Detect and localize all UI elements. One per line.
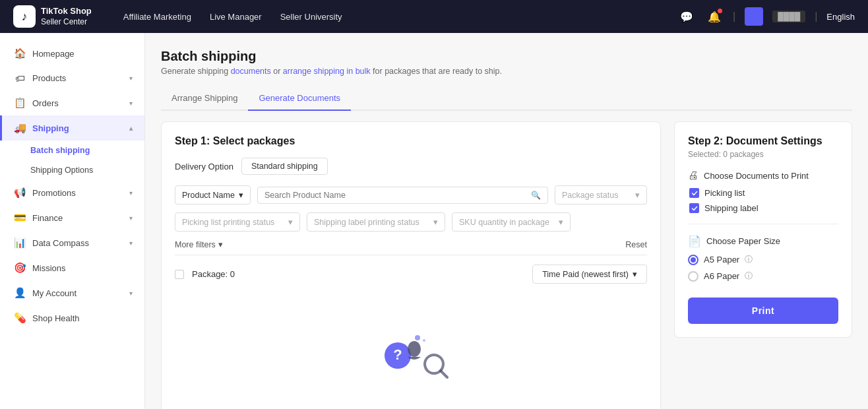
nav-seller-university[interactable]: Seller University: [280, 12, 342, 22]
nav-divider: |: [733, 11, 735, 22]
sidebar-subitem-shipping-options[interactable]: Shipping Options: [0, 160, 144, 180]
print-button[interactable]: Print: [688, 298, 838, 324]
svg-point-2: [408, 341, 421, 357]
picking-list-checkbox[interactable]: [689, 188, 699, 198]
search-input[interactable]: [264, 191, 527, 200]
documents-link[interactable]: documents: [231, 67, 271, 76]
sku-quantity-filter[interactable]: SKU quantity in package ▾: [452, 212, 571, 232]
tab-generate-documents[interactable]: Generate Documents: [248, 86, 351, 111]
page-title: Batch shipping: [161, 49, 852, 64]
sidebar-item-my-account[interactable]: 👤 My Account ▾: [0, 280, 144, 305]
filter-row-bottom: More filters ▾ Reset: [175, 239, 647, 249]
printer-icon: 🖨: [688, 170, 698, 181]
products-icon: 🏷: [14, 73, 26, 84]
svg-text:?: ?: [393, 346, 402, 363]
sidebar-item-finance[interactable]: 💳 Finance ▾: [0, 205, 144, 230]
a6-paper-label: A6 Paper: [704, 271, 739, 281]
sort-selected-label: Time Paid (newest first): [542, 270, 629, 279]
page-header: Batch shipping Generate shipping documen…: [161, 49, 852, 76]
package-row: Package: 0 Time Paid (newest first) ▾: [175, 255, 647, 293]
sidebar-item-label: Data Compass: [32, 238, 123, 248]
standard-shipping-badge[interactable]: Standard shipping: [241, 158, 328, 175]
tab-arrange-shipping[interactable]: Arrange Shipping: [161, 86, 248, 111]
chat-icon[interactable]: 💬: [677, 7, 696, 26]
check-icon: [691, 205, 698, 212]
package-status-filter[interactable]: Package status ▾: [555, 185, 647, 204]
sku-quantity-placeholder: SKU quantity in package: [459, 218, 549, 227]
sidebar-item-missions[interactable]: 🎯 Missions: [0, 255, 144, 280]
paper-size-label: Choose Paper Size: [706, 236, 780, 246]
brand-text: TikTok Shop Seller Center: [41, 6, 92, 27]
a6-info-icon[interactable]: ⓘ: [745, 270, 753, 282]
chevron-down-icon: ▾: [288, 217, 293, 227]
delivery-option-row: Delivery Option Standard shipping: [175, 158, 647, 175]
sidebar-item-data-compass[interactable]: 📊 Data Compass ▾: [0, 230, 144, 255]
chevron-down-icon: ▾: [129, 290, 133, 297]
nav-live-manager[interactable]: Live Manager: [210, 12, 262, 22]
picking-list-status-filter[interactable]: Picking list printing status ▾: [175, 212, 300, 232]
top-navigation: ♪ TikTok Shop Seller Center Affiliate Ma…: [0, 0, 868, 33]
data-compass-icon: 📊: [14, 237, 26, 249]
more-filters-button[interactable]: More filters ▾: [175, 239, 223, 249]
finance-icon: 💳: [14, 212, 26, 224]
shop-health-icon: 💊: [14, 312, 26, 324]
a5-paper-radio[interactable]: [688, 255, 698, 265]
divider: [688, 224, 838, 224]
svg-point-6: [423, 339, 425, 342]
nav-affiliate-marketing[interactable]: Affiliate Marketing: [123, 12, 191, 22]
chevron-down-icon: ▾: [129, 239, 133, 247]
sidebar-subitem-batch-shipping[interactable]: Batch shipping: [0, 141, 144, 160]
sidebar-item-products[interactable]: 🏷 Products ▾: [0, 66, 144, 90]
a5-info-icon[interactable]: ⓘ: [745, 254, 753, 265]
product-name-filter[interactable]: Product Name ▾: [175, 185, 251, 204]
product-search-box[interactable]: 🔍: [257, 187, 548, 204]
sidebar-item-orders[interactable]: 📋 Orders ▾: [0, 90, 144, 115]
step2-title: Step 2: Document Settings: [688, 135, 838, 147]
package-status-placeholder: Package status: [562, 191, 618, 200]
step1-column: Step 1: Select packages Delivery Option …: [161, 111, 661, 409]
sidebar-item-label: Orders: [32, 98, 123, 108]
main-navigation: Affiliate Marketing Live Manager Seller …: [123, 12, 656, 22]
topnav-right: 💬 🔔 | ████ | English: [677, 7, 855, 26]
my-account-icon: 👤: [14, 287, 26, 299]
shipping-icon: 🚚: [14, 122, 26, 134]
notifications-icon[interactable]: 🔔: [705, 7, 724, 26]
notification-badge: [718, 9, 722, 13]
sidebar-item-shop-health[interactable]: 💊 Shop Health: [0, 305, 144, 330]
sort-dropdown[interactable]: Time Paid (newest first) ▾: [532, 265, 647, 284]
filter-row-1: Product Name ▾ 🔍 Package status ▾: [175, 185, 647, 204]
choose-docs-label: Choose Documents to Print: [704, 171, 809, 181]
sidebar-item-promotions[interactable]: 📢 Promotions ▾: [0, 180, 144, 205]
main-content: Batch shipping Generate shipping documen…: [145, 33, 868, 409]
empty-state: ?: [175, 293, 647, 409]
picking-list-label: Picking list: [704, 188, 745, 198]
promotions-icon: 📢: [14, 187, 26, 199]
sidebar-item-homepage[interactable]: 🏠 Homepage: [0, 41, 144, 66]
picking-list-checkbox-row: Picking list: [689, 188, 838, 198]
empty-state-illustration: ?: [371, 326, 450, 385]
step2-card: Step 2: Document Settings Selected: 0 pa…: [674, 121, 852, 338]
logo-icon: ♪: [13, 5, 36, 28]
avatar[interactable]: [745, 7, 763, 26]
svg-point-5: [415, 335, 420, 340]
a6-paper-radio[interactable]: [688, 271, 698, 282]
orders-icon: 📋: [14, 97, 26, 109]
choose-docs-section: 🖨 Choose Documents to Print: [688, 170, 838, 181]
chevron-down-icon: ▾: [129, 214, 133, 222]
step1-title: Step 1: Select packages: [175, 135, 647, 147]
reset-button[interactable]: Reset: [625, 240, 647, 249]
shipping-label-placeholder: Shipping label printing status: [314, 218, 419, 227]
sidebar-item-shipping[interactable]: 🚚 Shipping ▴: [0, 115, 144, 141]
select-all-checkbox[interactable]: [175, 270, 184, 279]
step2-selected-count: Selected: 0 packages: [688, 150, 838, 159]
arrange-link[interactable]: arrange shipping in bulk: [283, 67, 371, 76]
shipping-label-checkbox-row: Shipping label: [689, 203, 838, 213]
shipping-label-status-filter[interactable]: Shipping label printing status ▾: [307, 212, 445, 232]
shipping-label-checkbox[interactable]: [689, 203, 699, 213]
a5-paper-label: A5 Paper: [704, 255, 739, 265]
sidebar-item-label: Homepage: [32, 49, 133, 59]
page-subtitle: Generate shipping documents or arrange s…: [161, 67, 852, 76]
check-icon: [691, 190, 698, 197]
language-selector[interactable]: English: [826, 12, 855, 22]
logo[interactable]: ♪ TikTok Shop Seller Center: [13, 5, 92, 28]
